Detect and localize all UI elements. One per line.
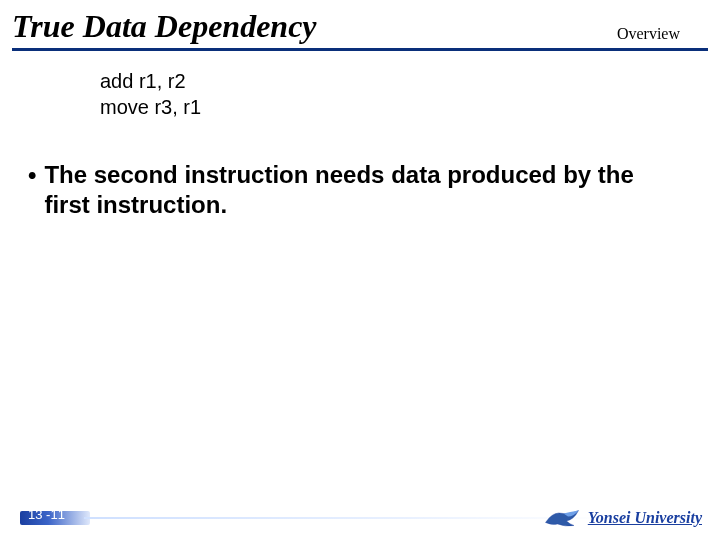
bullet-dot-icon: • <box>28 160 36 220</box>
page-number-badge: 13 -11 <box>20 507 90 529</box>
title-underline <box>12 48 708 51</box>
code-line: add r1, r2 <box>100 68 201 94</box>
page-number: 13 -11 <box>28 507 65 522</box>
title-row: True Data Dependency Overview <box>12 8 708 45</box>
slide-title: True Data Dependency <box>12 8 317 45</box>
university-brand: Yonsei University <box>544 506 702 530</box>
section-label: Overview <box>617 25 680 45</box>
bullet-list: • The second instruction needs data prod… <box>28 160 680 220</box>
bullet-text: The second instruction needs data produc… <box>44 160 680 220</box>
university-name: Yonsei University <box>588 509 702 527</box>
code-block: add r1, r2 move r3, r1 <box>100 68 201 120</box>
slide: True Data Dependency Overview add r1, r2… <box>0 0 720 540</box>
eagle-icon <box>544 506 580 530</box>
bullet-item: • The second instruction needs data prod… <box>28 160 680 220</box>
footer-gradient-line <box>84 517 610 519</box>
code-line: move r3, r1 <box>100 94 201 120</box>
